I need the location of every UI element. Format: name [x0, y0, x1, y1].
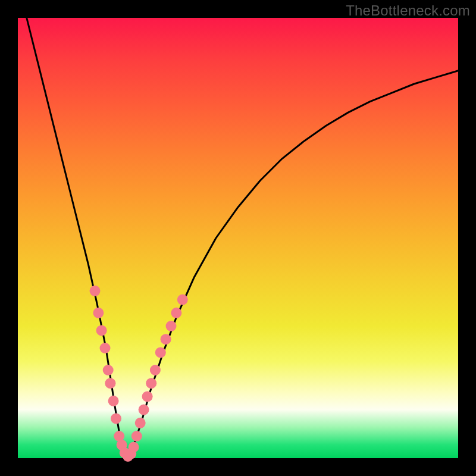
highlight-marker: [108, 396, 119, 406]
highlight-marker: [111, 413, 121, 424]
highlight-marker: [142, 391, 153, 402]
highlight-marker: [135, 418, 146, 428]
highlight-marker: [90, 286, 101, 296]
curve-layer: [18, 18, 458, 458]
bottleneck-curve: [18, 0, 458, 458]
highlight-marker: [146, 378, 156, 389]
highlight-marker: [131, 431, 142, 441]
highlight-marker: [171, 308, 181, 318]
highlight-marker: [129, 442, 139, 453]
highlight-marker: [177, 295, 188, 305]
highlight-marker: [150, 365, 161, 375]
highlight-marker: [96, 325, 107, 336]
highlight-marker: [166, 321, 177, 331]
watermark-text: TheBottleneck.com: [346, 2, 470, 19]
highlight-markers: [90, 286, 188, 462]
chart-frame: TheBottleneck.com: [0, 0, 476, 476]
highlight-marker: [105, 378, 115, 389]
highlight-marker: [93, 308, 104, 318]
plot-area: [18, 18, 458, 458]
highlight-marker: [155, 347, 166, 358]
highlight-marker: [103, 365, 114, 375]
highlight-marker: [139, 405, 149, 415]
bottleneck-curve-path: [18, 0, 458, 458]
highlight-marker: [161, 334, 171, 345]
highlight-marker: [100, 343, 111, 353]
